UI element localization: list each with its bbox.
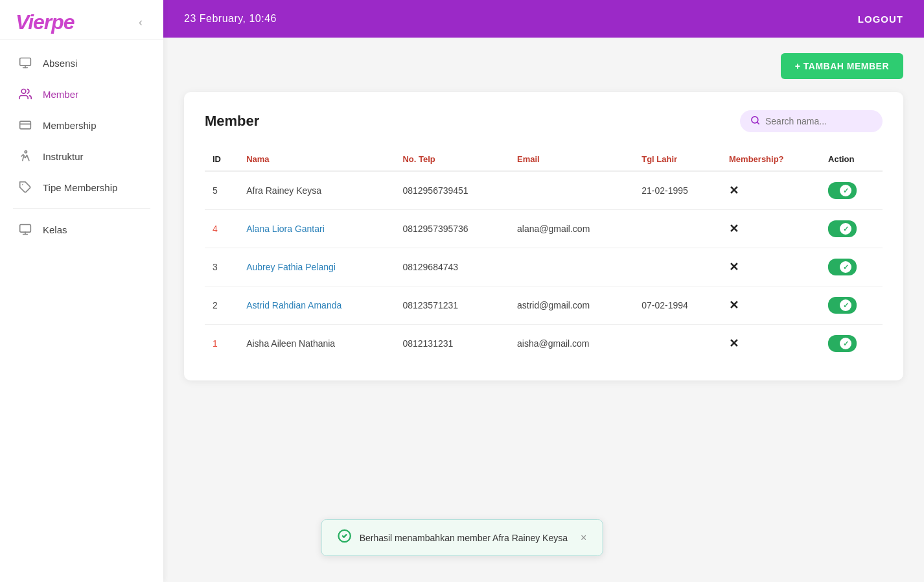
table-row: 1Aisha Aileen Nathania0812131231aisha@gm… bbox=[205, 325, 883, 363]
sidebar-item-membership-label: Membership bbox=[43, 120, 97, 131]
cell-tgl-lahir: 21-02-1995 bbox=[634, 171, 721, 210]
cell-id: 5 bbox=[205, 171, 238, 210]
svg-rect-0 bbox=[20, 58, 31, 66]
sidebar-item-kelas[interactable]: Kelas bbox=[0, 214, 163, 245]
cell-action[interactable]: ✓ bbox=[820, 325, 883, 363]
cell-tgl-lahir bbox=[634, 210, 721, 248]
cell-id[interactable]: 1 bbox=[205, 325, 238, 363]
cell-id[interactable]: 4 bbox=[205, 210, 238, 248]
cell-email: aisha@gmail.com bbox=[509, 325, 634, 363]
cell-membership: ✕ bbox=[721, 171, 820, 210]
sidebar-item-tipe-membership[interactable]: Tipe Membership bbox=[0, 172, 163, 203]
cell-membership: ✕ bbox=[721, 210, 820, 248]
svg-point-6 bbox=[25, 151, 27, 153]
cell-membership: ✕ bbox=[721, 248, 820, 286]
cell-phone: 08123571231 bbox=[395, 286, 509, 325]
tag-icon bbox=[18, 181, 32, 194]
toggle-circle: ✓ bbox=[840, 223, 851, 235]
cell-email: astrid@gmail.com bbox=[509, 286, 634, 325]
svg-point-3 bbox=[21, 89, 26, 94]
header: 23 February, 10:46 LOGOUT bbox=[163, 0, 924, 38]
action-toggle[interactable]: ✓ bbox=[828, 335, 857, 352]
cell-name: Afra Rainey Keysa bbox=[238, 171, 395, 210]
cell-tgl-lahir: 07-02-1994 bbox=[634, 286, 721, 325]
nav-divider bbox=[13, 208, 150, 209]
toggle-circle: ✓ bbox=[840, 185, 851, 196]
cell-action[interactable]: ✓ bbox=[820, 210, 883, 248]
main-area: 23 February, 10:46 LOGOUT + TAMBAH MEMBE… bbox=[163, 0, 924, 582]
runner-icon bbox=[18, 150, 32, 163]
cell-tgl-lahir bbox=[634, 248, 721, 286]
cell-membership: ✕ bbox=[721, 325, 820, 363]
toggle-circle: ✓ bbox=[840, 261, 851, 273]
cell-tgl-lahir bbox=[634, 325, 721, 363]
cell-email: alana@gmail.com bbox=[509, 210, 634, 248]
table-title: Member bbox=[205, 113, 259, 130]
cell-phone: 0812956739451 bbox=[395, 171, 509, 210]
sidebar-item-instruktur-label: Instruktur bbox=[43, 151, 84, 162]
table-row: 5Afra Rainey Keysa081295673945121-02-199… bbox=[205, 171, 883, 210]
table-row: 2Astrid Rahdian Amanda08123571231astrid@… bbox=[205, 286, 883, 325]
sidebar-collapse-button[interactable]: ‹ bbox=[133, 13, 148, 32]
cell-email bbox=[509, 248, 634, 286]
toggle-circle: ✓ bbox=[840, 299, 851, 311]
search-input[interactable] bbox=[765, 116, 872, 126]
svg-line-12 bbox=[757, 122, 759, 124]
sidebar-item-membership[interactable]: Membership bbox=[0, 110, 163, 141]
toggle-check-icon: ✓ bbox=[843, 225, 849, 233]
kelas-icon bbox=[18, 223, 32, 236]
membership-x-icon: ✕ bbox=[729, 299, 739, 312]
toggle-check-icon: ✓ bbox=[843, 263, 849, 272]
cell-action[interactable]: ✓ bbox=[820, 248, 883, 286]
content-area: + TAMBAH MEMBER Member ID Nama No. Telp bbox=[163, 38, 924, 582]
sidebar-item-instruktur[interactable]: Instruktur bbox=[0, 141, 163, 172]
membership-x-icon: ✕ bbox=[729, 222, 739, 235]
card-icon bbox=[18, 119, 32, 132]
sidebar-item-tipe-membership-label: Tipe Membership bbox=[43, 182, 117, 193]
search-icon bbox=[750, 115, 760, 127]
sidebar: Vierpe ‹ Absensi Member Membership Inst bbox=[0, 0, 163, 582]
action-toggle[interactable]: ✓ bbox=[828, 182, 857, 199]
add-member-row: + TAMBAH MEMBER bbox=[184, 53, 903, 79]
toast-message: Berhasil menambahkan member Afra Rainey … bbox=[360, 533, 568, 543]
action-toggle[interactable]: ✓ bbox=[828, 297, 857, 314]
cell-membership: ✕ bbox=[721, 286, 820, 325]
sidebar-item-member-label: Member bbox=[43, 89, 78, 100]
cell-phone: 0812957395736 bbox=[395, 210, 509, 248]
cell-name[interactable]: Alana Liora Gantari bbox=[238, 210, 395, 248]
sidebar-item-absensi[interactable]: Absensi bbox=[0, 47, 163, 78]
sidebar-item-kelas-label: Kelas bbox=[43, 224, 67, 235]
action-toggle[interactable]: ✓ bbox=[828, 220, 857, 237]
col-header-nama: Nama bbox=[238, 148, 395, 171]
sidebar-logo-area: Vierpe ‹ bbox=[0, 0, 163, 40]
sidebar-item-absensi-label: Absensi bbox=[43, 58, 77, 69]
cell-name[interactable]: Aubrey Fathia Pelangi bbox=[238, 248, 395, 286]
col-header-membership: Membership? bbox=[721, 148, 820, 171]
cell-name[interactable]: Astrid Rahdian Amanda bbox=[238, 286, 395, 325]
add-member-button[interactable]: + TAMBAH MEMBER bbox=[781, 53, 903, 79]
table-header-row: Member bbox=[205, 110, 883, 132]
toast-notification: Berhasil menambahkan member Afra Rainey … bbox=[321, 519, 603, 556]
toggle-circle: ✓ bbox=[840, 338, 851, 349]
member-table-card: Member ID Nama No. Telp Email Tgl Lahir bbox=[184, 92, 903, 380]
toggle-check-icon: ✓ bbox=[843, 340, 849, 348]
sidebar-item-member[interactable]: Member bbox=[0, 78, 163, 110]
table-row: 4Alana Liora Gantari0812957395736alana@g… bbox=[205, 210, 883, 248]
cell-phone: 08129684743 bbox=[395, 248, 509, 286]
toggle-check-icon: ✓ bbox=[843, 301, 849, 310]
header-datetime: 23 February, 10:46 bbox=[184, 13, 277, 25]
cell-id: 2 bbox=[205, 286, 238, 325]
table-row: 3Aubrey Fathia Pelangi08129684743✕✓ bbox=[205, 248, 883, 286]
cell-phone: 0812131231 bbox=[395, 325, 509, 363]
search-box bbox=[740, 110, 883, 132]
action-toggle[interactable]: ✓ bbox=[828, 259, 857, 275]
monitor-icon bbox=[18, 56, 32, 69]
sidebar-nav: Absensi Member Membership Instruktur Tip… bbox=[0, 40, 163, 582]
membership-x-icon: ✕ bbox=[729, 184, 739, 197]
cell-action[interactable]: ✓ bbox=[820, 171, 883, 210]
logout-button[interactable]: LOGOUT bbox=[858, 14, 903, 25]
cell-action[interactable]: ✓ bbox=[820, 286, 883, 325]
toast-close-button[interactable]: × bbox=[581, 532, 586, 544]
col-header-email: Email bbox=[509, 148, 634, 171]
toast-success-icon bbox=[338, 529, 352, 546]
